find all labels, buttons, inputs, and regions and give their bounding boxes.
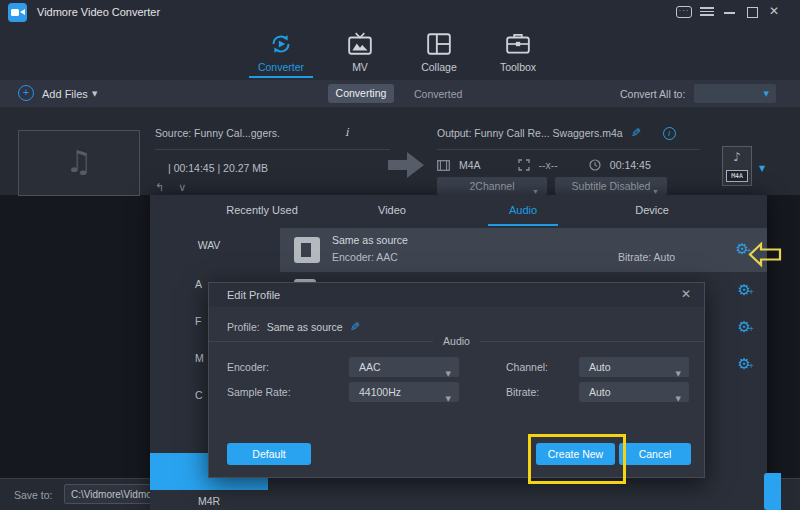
channel-select[interactable]: 2Channel ▼ [437,177,547,195]
channel-select[interactable]: Auto ▼ [579,357,689,377]
tab-mv[interactable]: MV [320,31,400,73]
maximize-button[interactable] [747,7,758,18]
output-filename: Output: Funny Call Re... Swaggers.m4a [437,127,623,139]
active-tab-underline [488,224,558,226]
divider [437,149,700,150]
source-meta: | 00:14:45 | 20.27 MB [168,162,268,174]
output-format: M4A [459,159,481,171]
music-note-icon: ♪ [723,147,751,167]
app-window: ♫ Source: Funny Cal...ggers. i | 00:14:4… [0,0,800,510]
sample-rate-select[interactable]: 44100Hz ▼ [349,382,459,402]
sidebar-item-partial[interactable]: M [195,352,204,364]
sidebar-item-m4r[interactable]: M4R [150,495,268,507]
tab-converter[interactable]: Converter [241,31,321,73]
edit-profile-dialog: Edit Profile ✕ Profile: Same as source ✎… [208,282,705,478]
source-thumbnail: ♫ [18,130,140,196]
chevron-down-icon: ▼ [764,90,769,98]
toolbox-icon [505,31,531,57]
profile-row-same-as-source[interactable]: Same as source Encoder: AAC Bitrate: Aut… [280,228,767,272]
gear-settings-icon[interactable]: ⚙+ [738,357,751,372]
divider [155,149,390,150]
audio-section-header: Audio [209,335,704,347]
gear-settings-icon[interactable]: ⚙+ [736,242,749,257]
tab-collage[interactable]: Collage [399,31,479,73]
tab-converted[interactable]: Converted [414,88,462,100]
sample-rate-label: Sample Rate: [227,386,291,398]
profile-encoder: Encoder: AAC [332,251,398,263]
dialog-header [209,283,704,307]
tab-converting[interactable]: Converting [328,84,394,103]
chevron-down-icon: ▼ [676,364,681,384]
annotation-arrow-icon [748,241,782,268]
dialog-close-icon[interactable]: ✕ [681,287,691,301]
edit-profile-name-icon[interactable]: ✎ [350,320,360,334]
tab-device[interactable]: Device [587,204,717,216]
tab-toolbox[interactable]: Toolbox [478,31,558,73]
bitrate-select[interactable]: Auto ▼ [579,382,689,402]
profile-value: Same as source [267,321,343,333]
gear-settings-icon[interactable]: ⚙+ [738,320,751,335]
subtitle-select[interactable]: Subtitle Disabled ▼ [555,177,667,195]
format-dropdown-caret[interactable]: ▼ [759,164,765,173]
clock-icon [589,159,601,171]
sidebar-item-partial[interactable]: A [195,278,202,290]
chevron-down-icon: ▼ [446,364,451,384]
app-logo-icon [8,3,27,22]
output-resolution: --x-- [539,159,558,171]
app-title: Vidmore Video Converter [37,6,160,18]
edit-output-name-icon[interactable]: ✎ [631,126,641,140]
sidebar-item-wav[interactable]: WAV [150,239,268,251]
default-button[interactable]: Default [227,443,311,465]
sidebar-item-partial[interactable]: F [195,315,201,327]
convert-all-to-label: Convert All to: [620,88,685,100]
chevron-down-icon: ▼ [446,389,451,409]
add-files-caret-icon[interactable]: ▼ [92,90,97,98]
output-format-thumbnail[interactable]: ♪ M4A [722,146,752,186]
source-filename: Source: Funny Cal...ggers. [155,127,280,139]
collage-icon [426,31,452,57]
dialog-title: Edit Profile [227,289,280,301]
source-tool-icons[interactable]: ↰∨ [155,181,200,194]
add-files-plus-icon[interactable]: + [18,85,34,101]
output-meta-row: M4A --x-- 00:14:45 [437,159,651,171]
save-to-label: Save to: [14,489,53,501]
minimize-button[interactable] [724,12,735,14]
encoder-select[interactable]: AAC ▼ [349,357,459,377]
tab-recently-used[interactable]: Recently Used [197,204,327,216]
tab-video[interactable]: Video [327,204,457,216]
convert-direction-arrow-icon [388,152,424,178]
main-nav: Converter MV Collage [0,25,800,80]
cancel-button[interactable]: Cancel [619,443,691,465]
format-badge: M4A [726,170,748,182]
music-note-icon: ♫ [66,144,93,179]
channel-label: Channel: [506,361,548,373]
toolbar: + Add Files ▼ Converting Converted Conve… [0,80,800,107]
convert-all-select[interactable]: ▼ [694,84,776,103]
output-info-icon[interactable]: i [663,127,676,140]
profile-label: Profile: [227,321,260,333]
converter-icon [268,31,294,57]
profile-file-icon [294,237,320,263]
mv-icon [347,31,373,57]
tab-audio[interactable]: Audio [458,204,588,216]
profile-bitrate: Bitrate: Auto [618,251,675,263]
resolution-icon [518,159,530,171]
media-item-row: ♫ Source: Funny Cal...ggers. i | 00:14:4… [0,107,800,195]
gear-settings-icon[interactable]: ⚙+ [738,283,751,298]
output-duration: 00:14:45 [610,159,651,171]
profile-title: Same as source [332,234,408,246]
close-button[interactable]: ✕ [769,4,779,18]
active-tab-underline [249,76,313,78]
convert-all-button-partial[interactable] [764,473,781,510]
titlebar: Vidmore Video Converter ··· ✕ [0,0,800,25]
encoder-label: Encoder: [227,361,269,373]
annotation-highlight-box [528,434,626,484]
feedback-icon[interactable]: ··· [676,6,692,18]
bitrate-label: Bitrate: [506,386,539,398]
chevron-down-icon: ▼ [676,389,681,409]
add-files-button[interactable]: Add Files [42,88,88,100]
sidebar-item-partial[interactable]: C [195,389,203,401]
source-info-icon[interactable]: i [345,126,349,139]
menu-icon[interactable] [700,7,714,17]
format-frame-icon [437,160,450,171]
